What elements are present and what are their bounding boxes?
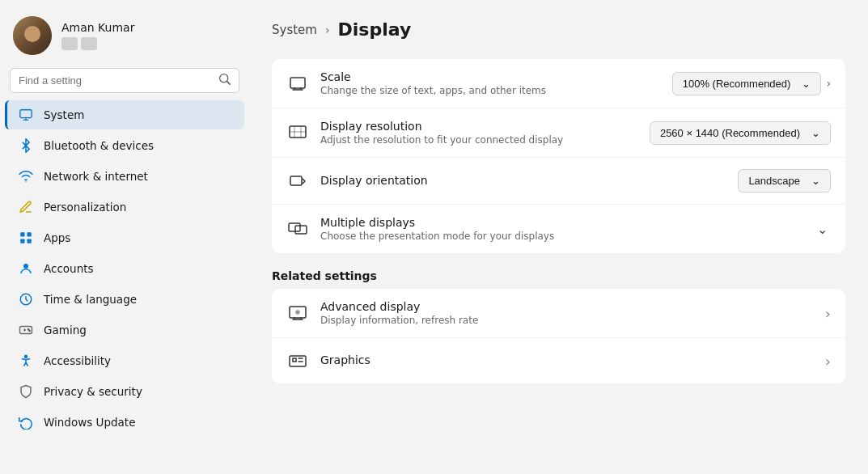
personalization-icon — [18, 199, 34, 215]
svg-rect-0 — [20, 110, 32, 118]
orientation-icon — [286, 170, 309, 193]
scale-desc: Change the size of text, apps, and other… — [320, 85, 661, 96]
svg-rect-4 — [28, 239, 32, 243]
svg-rect-17 — [295, 226, 307, 234]
multiple-displays-desc: Choose the presentation mode for your di… — [320, 231, 802, 242]
advanced-display-row[interactable]: Advanced display Display information, re… — [272, 289, 845, 338]
svg-rect-13 — [290, 78, 305, 88]
sidebar-item-privacy[interactable]: Privacy & security — [5, 377, 244, 406]
scale-text: Scale Change the size of text, apps, and… — [320, 70, 661, 96]
search-icon — [219, 74, 231, 87]
privacy-icon — [18, 383, 34, 400]
sidebar-label-update: Windows Update — [44, 416, 135, 429]
sidebar-item-system[interactable]: System — [5, 100, 244, 129]
svg-rect-16 — [289, 223, 300, 231]
orientation-dropdown[interactable]: Landscape ⌄ — [738, 169, 831, 193]
advanced-display-icon — [286, 302, 309, 324]
apps-icon — [18, 230, 34, 246]
graphics-text: Graphics — [320, 353, 814, 368]
user-name: Aman Kumar — [61, 21, 134, 34]
svg-point-11 — [29, 330, 31, 332]
orientation-control: Landscape ⌄ — [738, 169, 831, 193]
sidebar-item-accounts[interactable]: Accounts — [5, 254, 244, 283]
user-info: Aman Kumar — [61, 21, 134, 50]
resolution-icon — [286, 121, 309, 144]
related-settings-card: Advanced display Display information, re… — [272, 289, 845, 383]
orientation-title: Display orientation — [320, 174, 726, 187]
sidebar-label-personalization: Personalization — [44, 201, 126, 214]
sidebar-label-accessibility: Accessibility — [44, 354, 111, 367]
multiple-displays-expand[interactable]: ⌄ — [814, 218, 831, 240]
sidebar-label-gaming: Gaming — [44, 324, 87, 336]
network-icon — [18, 168, 34, 184]
svg-rect-20 — [290, 356, 306, 366]
sidebar-item-apps[interactable]: Apps — [5, 223, 244, 252]
resolution-dropdown[interactable]: 2560 × 1440 (Recommended) ⌄ — [650, 121, 831, 145]
resolution-row: Display resolution Adjust the resolution… — [272, 108, 845, 158]
sidebar-item-network[interactable]: Network & internet — [5, 162, 244, 191]
svg-rect-2 — [28, 232, 32, 236]
scale-chevron-right: › — [826, 77, 831, 90]
search-input[interactable] — [19, 74, 213, 87]
user-controls — [61, 37, 134, 50]
accessibility-icon — [18, 353, 34, 369]
multiple-displays-icon — [286, 218, 309, 240]
sidebar-label-network: Network & internet — [44, 170, 148, 183]
scale-title: Scale — [320, 70, 661, 83]
advanced-display-text: Advanced display Display information, re… — [320, 300, 814, 326]
display-settings-card: Scale Change the size of text, apps, and… — [272, 59, 845, 253]
multiple-displays-text: Multiple displays Choose the presentatio… — [320, 216, 802, 242]
scale-icon — [286, 72, 309, 95]
user-section: Aman Kumar — [0, 10, 249, 65]
graphics-row[interactable]: Graphics › — [272, 338, 845, 383]
accounts-icon — [18, 260, 34, 277]
advanced-display-desc: Display information, refresh rate — [320, 315, 814, 326]
gaming-icon — [18, 322, 34, 338]
sidebar-label-accounts: Accounts — [44, 262, 94, 275]
svg-rect-1 — [20, 232, 24, 236]
advanced-display-chevron: › — [825, 305, 831, 322]
search-bar[interactable] — [10, 68, 239, 93]
update-icon — [18, 414, 34, 430]
svg-point-19 — [296, 311, 299, 314]
sidebar-label-apps: Apps — [44, 231, 70, 244]
scale-row: Scale Change the size of text, apps, and… — [272, 59, 845, 108]
multiple-displays-control: ⌄ — [814, 218, 831, 240]
sidebar-item-gaming[interactable]: Gaming — [5, 315, 244, 345]
resolution-desc: Adjust the resolution to fit your connec… — [320, 134, 638, 146]
graphics-icon — [286, 349, 309, 372]
user-dot-2 — [81, 37, 97, 50]
sidebar-label-privacy: Privacy & security — [44, 385, 142, 398]
resolution-control: 2560 × 1440 (Recommended) ⌄ — [650, 121, 831, 145]
main-content: System › Display Scale Change the size o… — [249, 0, 868, 474]
svg-point-12 — [25, 355, 28, 358]
sidebar-item-bluetooth[interactable]: Bluetooth & devices — [5, 131, 244, 160]
graphics-chevron: › — [825, 353, 831, 370]
sidebar-item-accessibility[interactable]: Accessibility — [5, 346, 244, 375]
advanced-display-title: Advanced display — [320, 300, 814, 313]
svg-point-5 — [23, 264, 28, 269]
multiple-displays-row[interactable]: Multiple displays Choose the presentatio… — [272, 205, 845, 253]
sidebar-item-update[interactable]: Windows Update — [5, 408, 244, 437]
bluetooth-icon — [18, 138, 34, 154]
time-icon — [18, 291, 34, 307]
graphics-title: Graphics — [320, 353, 814, 366]
sidebar-label-time: Time & language — [44, 293, 137, 306]
orientation-row: Display orientation Landscape ⌄ — [272, 158, 845, 205]
resolution-title: Display resolution — [320, 120, 638, 133]
breadcrumb-separator: › — [325, 23, 330, 36]
sidebar-label-bluetooth: Bluetooth & devices — [44, 139, 154, 152]
system-icon — [18, 107, 34, 123]
sidebar-item-time[interactable]: Time & language — [5, 285, 244, 314]
svg-rect-15 — [290, 176, 302, 185]
svg-rect-3 — [20, 239, 24, 243]
sidebar: Aman Kumar System — [0, 0, 249, 474]
breadcrumb: System › Display — [272, 19, 845, 40]
scale-control: 100% (Recommended) ⌄ › — [672, 72, 831, 95]
breadcrumb-current: Display — [338, 19, 412, 40]
breadcrumb-parent[interactable]: System — [272, 23, 317, 37]
scale-dropdown[interactable]: 100% (Recommended) ⌄ — [672, 72, 822, 95]
sidebar-item-personalization[interactable]: Personalization — [5, 193, 244, 222]
related-settings-title: Related settings — [272, 269, 845, 282]
avatar — [13, 16, 52, 55]
